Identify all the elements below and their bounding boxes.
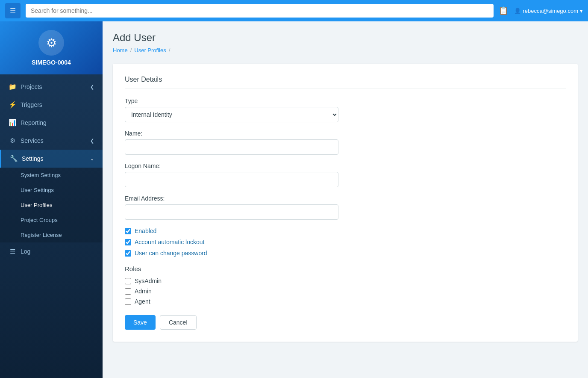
- sidebar-sub-user-profiles[interactable]: User Profiles: [0, 198, 103, 213]
- logo-title: SIMEGO-0004: [32, 59, 71, 66]
- form-section-title: User Details: [125, 76, 566, 89]
- sidebar-item-settings[interactable]: 🔧 Settings ⌄: [0, 150, 103, 168]
- menu-button[interactable]: ☰: [5, 3, 21, 18]
- page-title: Add User: [113, 32, 578, 44]
- user-dropdown-arrow: ▾: [580, 8, 583, 14]
- account-lockout-checkbox[interactable]: [125, 239, 131, 245]
- topbar-right: 📋 👤 rebecca@simego.com ▾: [499, 6, 583, 15]
- user-icon: 👤: [514, 8, 521, 14]
- account-lockout-checkbox-label[interactable]: Account automatic lockout: [125, 239, 566, 245]
- logon-name-label: Logon Name:: [125, 162, 566, 169]
- change-password-label: User can change password: [135, 250, 207, 257]
- agent-label: Agent: [135, 298, 150, 305]
- services-arrow: ❮: [90, 138, 94, 144]
- topbar: ☰ SIMEGO-0004 📋 👤 rebecca@simego.com ▾: [0, 0, 588, 21]
- sidebar-sub-project-groups[interactable]: Project Groups: [0, 213, 103, 227]
- menu-icon: ☰: [10, 7, 16, 15]
- logon-name-group: Logon Name:: [125, 162, 566, 187]
- sidebar-sub-system-settings[interactable]: System Settings: [0, 168, 103, 183]
- main-content: Add User Home / User Profiles / User Det…: [103, 21, 588, 378]
- search-input[interactable]: [26, 4, 494, 18]
- sidebar-item-triggers[interactable]: ⚡ Triggers: [0, 96, 103, 114]
- name-group: Name:: [125, 130, 566, 155]
- sidebar-item-log[interactable]: ☰ Log: [0, 242, 103, 260]
- sysadmin-role-label[interactable]: SysAdmin: [125, 278, 566, 284]
- log-icon: ☰: [9, 248, 16, 255]
- button-row: Save Cancel: [125, 315, 566, 330]
- logon-name-input[interactable]: [125, 172, 338, 187]
- roles-title: Roles: [125, 265, 566, 272]
- agent-role-label[interactable]: Agent: [125, 298, 566, 305]
- email-label: Email Address:: [125, 195, 566, 202]
- app-title: SIMEGO-0004: [272, 7, 317, 15]
- admin-checkbox[interactable]: [125, 288, 131, 295]
- change-password-checkbox[interactable]: [125, 250, 131, 257]
- sysadmin-label: SysAdmin: [135, 278, 162, 284]
- agent-checkbox[interactable]: [125, 298, 131, 305]
- breadcrumb: Home / User Profiles /: [113, 47, 578, 53]
- services-icon: ⚙: [9, 137, 16, 145]
- sidebar-item-projects[interactable]: 📁 Projects ❮: [0, 78, 103, 96]
- logo-icon: ⚙: [38, 30, 64, 56]
- projects-icon: 📁: [9, 83, 16, 91]
- enabled-label: Enabled: [135, 227, 156, 234]
- user-email: rebecca@simego.com: [523, 8, 578, 14]
- sidebar-item-label: Log: [21, 248, 30, 255]
- enabled-checkbox-label[interactable]: Enabled: [125, 227, 566, 234]
- sysadmin-checkbox[interactable]: [125, 278, 131, 284]
- sidebar-item-services[interactable]: ⚙ Services ❮: [0, 132, 103, 150]
- sidebar-logo: ⚙ SIMEGO-0004: [0, 21, 103, 74]
- admin-label: Admin: [135, 288, 152, 295]
- notification-icon[interactable]: 📋: [499, 6, 508, 15]
- sidebar-nav: 📁 Projects ❮ ⚡ Triggers 📊 Reporting ⚙ Se…: [0, 74, 103, 264]
- reporting-icon: 📊: [9, 119, 16, 127]
- sidebar-sub-user-settings[interactable]: User Settings: [0, 183, 103, 198]
- sidebar-sub-register-license[interactable]: Register License: [0, 227, 103, 242]
- change-password-checkbox-label[interactable]: User can change password: [125, 250, 566, 257]
- breadcrumb-sep2: /: [169, 47, 171, 53]
- admin-role-label[interactable]: Admin: [125, 288, 566, 295]
- cancel-button[interactable]: Cancel: [160, 315, 197, 330]
- sidebar-item-label: Triggers: [21, 101, 42, 108]
- sidebar-item-label: Services: [21, 137, 44, 144]
- sidebar-item-label: Projects: [21, 83, 42, 90]
- breadcrumb-user-profiles[interactable]: User Profiles: [134, 47, 166, 53]
- settings-submenu: System Settings User Settings User Profi…: [0, 168, 103, 242]
- breadcrumb-home[interactable]: Home: [113, 47, 128, 53]
- email-group: Email Address:: [125, 195, 566, 220]
- type-group: Type Internal Identity External Identity: [125, 97, 566, 122]
- checkbox-group: Enabled Account automatic lockout User c…: [125, 227, 566, 257]
- triggers-icon: ⚡: [9, 101, 16, 109]
- user-menu[interactable]: 👤 rebecca@simego.com ▾: [514, 8, 583, 14]
- breadcrumb-sep1: /: [130, 47, 132, 53]
- type-select[interactable]: Internal Identity External Identity: [125, 107, 338, 122]
- name-label: Name:: [125, 130, 566, 137]
- roles-section: Roles SysAdmin Admin Agent: [125, 265, 566, 305]
- email-input[interactable]: [125, 204, 338, 220]
- sidebar-item-reporting[interactable]: 📊 Reporting: [0, 114, 103, 132]
- settings-arrow: ⌄: [90, 156, 94, 162]
- form-card: User Details Type Internal Identity Exte…: [113, 64, 578, 342]
- sidebar-item-label: Settings: [22, 155, 44, 162]
- sidebar-item-label: Reporting: [21, 119, 47, 126]
- name-input[interactable]: [125, 139, 338, 155]
- settings-icon: 🔧: [10, 155, 18, 162]
- enabled-checkbox[interactable]: [125, 228, 131, 234]
- sidebar: ⚙ SIMEGO-0004 📁 Projects ❮ ⚡ Triggers 📊 …: [0, 21, 103, 378]
- type-label: Type: [125, 97, 566, 104]
- save-button[interactable]: Save: [125, 315, 156, 330]
- account-lockout-label: Account automatic lockout: [135, 239, 204, 245]
- projects-arrow: ❮: [90, 84, 94, 90]
